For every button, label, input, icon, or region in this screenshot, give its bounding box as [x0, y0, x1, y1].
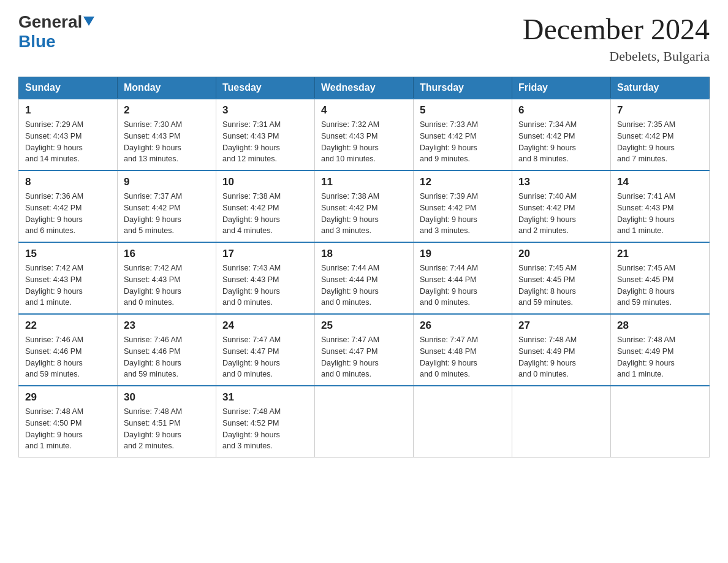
calendar-cell: 16Sunrise: 7:42 AMSunset: 4:43 PMDayligh…: [118, 242, 216, 314]
day-info: Sunrise: 7:37 AMSunset: 4:42 PMDaylight:…: [124, 191, 210, 237]
calendar-table: SundayMondayTuesdayWednesdayThursdayFrid…: [18, 77, 710, 458]
calendar-cell: 6Sunrise: 7:34 AMSunset: 4:42 PMDaylight…: [512, 99, 611, 170]
day-number: 28: [617, 320, 703, 332]
day-number: 22: [25, 320, 111, 332]
day-number: 11: [321, 176, 407, 188]
calendar-cell: 24Sunrise: 7:47 AMSunset: 4:47 PMDayligh…: [216, 314, 315, 386]
day-number: 30: [124, 391, 210, 404]
calendar-cell: 25Sunrise: 7:47 AMSunset: 4:47 PMDayligh…: [315, 314, 414, 386]
day-info: Sunrise: 7:41 AMSunset: 4:43 PMDaylight:…: [617, 191, 703, 237]
day-info: Sunrise: 7:42 AMSunset: 4:43 PMDaylight:…: [124, 262, 210, 308]
calendar-cell: 14Sunrise: 7:41 AMSunset: 4:43 PMDayligh…: [611, 170, 710, 242]
calendar-cell: 30Sunrise: 7:48 AMSunset: 4:51 PMDayligh…: [118, 386, 216, 458]
calendar-cell: [315, 386, 414, 458]
day-number: 29: [25, 391, 111, 404]
page-header: General Blue December 2024 Debelets, Bul…: [18, 12, 710, 64]
calendar-cell: 9Sunrise: 7:37 AMSunset: 4:42 PMDaylight…: [118, 170, 216, 242]
day-info: Sunrise: 7:47 AMSunset: 4:48 PMDaylight:…: [420, 334, 506, 380]
day-info: Sunrise: 7:46 AMSunset: 4:46 PMDaylight:…: [25, 334, 111, 380]
calendar-cell: 11Sunrise: 7:38 AMSunset: 4:42 PMDayligh…: [315, 170, 414, 242]
calendar-cell: 27Sunrise: 7:48 AMSunset: 4:49 PMDayligh…: [512, 314, 611, 386]
day-number: 25: [321, 320, 407, 332]
header-wednesday: Wednesday: [315, 77, 414, 99]
day-number: 15: [25, 248, 111, 260]
calendar-cell: 8Sunrise: 7:36 AMSunset: 4:42 PMDaylight…: [19, 170, 118, 242]
calendar-cell: 3Sunrise: 7:31 AMSunset: 4:43 PMDaylight…: [216, 99, 315, 170]
day-number: 9: [124, 176, 210, 188]
day-info: Sunrise: 7:39 AMSunset: 4:42 PMDaylight:…: [420, 191, 506, 237]
day-number: 7: [617, 104, 703, 117]
day-info: Sunrise: 7:44 AMSunset: 4:44 PMDaylight:…: [321, 262, 407, 308]
calendar-cell: 12Sunrise: 7:39 AMSunset: 4:42 PMDayligh…: [414, 170, 512, 242]
day-info: Sunrise: 7:31 AMSunset: 4:43 PMDaylight:…: [222, 119, 308, 165]
day-info: Sunrise: 7:48 AMSunset: 4:50 PMDaylight:…: [25, 406, 111, 452]
calendar-cell: 20Sunrise: 7:45 AMSunset: 4:45 PMDayligh…: [512, 242, 611, 314]
day-number: 19: [420, 248, 506, 260]
calendar-cell: 13Sunrise: 7:40 AMSunset: 4:42 PMDayligh…: [512, 170, 611, 242]
calendar-cell: 10Sunrise: 7:38 AMSunset: 4:42 PMDayligh…: [216, 170, 315, 242]
logo: General Blue: [18, 12, 94, 52]
day-number: 6: [518, 104, 604, 117]
day-info: Sunrise: 7:43 AMSunset: 4:43 PMDaylight:…: [222, 262, 308, 308]
day-info: Sunrise: 7:45 AMSunset: 4:45 PMDaylight:…: [617, 262, 703, 308]
day-info: Sunrise: 7:40 AMSunset: 4:42 PMDaylight:…: [518, 191, 604, 237]
header-friday: Friday: [512, 77, 611, 99]
calendar-title: December 2024: [523, 12, 710, 46]
day-number: 13: [518, 176, 604, 188]
calendar-cell: [611, 386, 710, 458]
day-info: Sunrise: 7:47 AMSunset: 4:47 PMDaylight:…: [321, 334, 407, 380]
day-info: Sunrise: 7:48 AMSunset: 4:49 PMDaylight:…: [617, 334, 703, 380]
day-info: Sunrise: 7:48 AMSunset: 4:52 PMDaylight:…: [222, 406, 308, 452]
day-number: 20: [518, 248, 604, 260]
day-number: 4: [321, 104, 407, 117]
day-info: Sunrise: 7:45 AMSunset: 4:45 PMDaylight:…: [518, 262, 604, 308]
logo-blue-text: Blue: [18, 32, 56, 51]
day-number: 17: [222, 248, 308, 260]
day-info: Sunrise: 7:38 AMSunset: 4:42 PMDaylight:…: [321, 191, 407, 237]
calendar-cell: 18Sunrise: 7:44 AMSunset: 4:44 PMDayligh…: [315, 242, 414, 314]
day-info: Sunrise: 7:44 AMSunset: 4:44 PMDaylight:…: [420, 262, 506, 308]
calendar-cell: 22Sunrise: 7:46 AMSunset: 4:46 PMDayligh…: [19, 314, 118, 386]
day-number: 26: [420, 320, 506, 332]
title-area: December 2024 Debelets, Bulgaria: [523, 12, 710, 64]
calendar-cell: 4Sunrise: 7:32 AMSunset: 4:43 PMDaylight…: [315, 99, 414, 170]
calendar-cell: 1Sunrise: 7:29 AMSunset: 4:43 PMDaylight…: [19, 99, 118, 170]
day-number: 27: [518, 320, 604, 332]
day-number: 24: [222, 320, 308, 332]
calendar-cell: 7Sunrise: 7:35 AMSunset: 4:42 PMDaylight…: [611, 99, 710, 170]
header-monday: Monday: [118, 77, 216, 99]
day-info: Sunrise: 7:47 AMSunset: 4:47 PMDaylight:…: [222, 334, 308, 380]
header-thursday: Thursday: [414, 77, 512, 99]
calendar-cell: 26Sunrise: 7:47 AMSunset: 4:48 PMDayligh…: [414, 314, 512, 386]
day-info: Sunrise: 7:48 AMSunset: 4:49 PMDaylight:…: [518, 334, 604, 380]
calendar-cell: 5Sunrise: 7:33 AMSunset: 4:42 PMDaylight…: [414, 99, 512, 170]
calendar-cell: 21Sunrise: 7:45 AMSunset: 4:45 PMDayligh…: [611, 242, 710, 314]
day-number: 12: [420, 176, 506, 188]
calendar-cell: 2Sunrise: 7:30 AMSunset: 4:43 PMDaylight…: [118, 99, 216, 170]
header-tuesday: Tuesday: [216, 77, 315, 99]
day-number: 23: [124, 320, 210, 332]
calendar-cell: 23Sunrise: 7:46 AMSunset: 4:46 PMDayligh…: [118, 314, 216, 386]
day-info: Sunrise: 7:34 AMSunset: 4:42 PMDaylight:…: [518, 119, 604, 165]
week-row-1: 1Sunrise: 7:29 AMSunset: 4:43 PMDaylight…: [19, 99, 710, 170]
day-info: Sunrise: 7:32 AMSunset: 4:43 PMDaylight:…: [321, 119, 407, 165]
day-number: 21: [617, 248, 703, 260]
day-info: Sunrise: 7:46 AMSunset: 4:46 PMDaylight:…: [124, 334, 210, 380]
day-number: 2: [124, 104, 210, 117]
logo-triangle-icon: [83, 17, 94, 26]
calendar-cell: 17Sunrise: 7:43 AMSunset: 4:43 PMDayligh…: [216, 242, 315, 314]
logo-general-text: General: [18, 12, 82, 32]
header-sunday: Sunday: [19, 77, 118, 99]
week-row-5: 29Sunrise: 7:48 AMSunset: 4:50 PMDayligh…: [19, 386, 710, 458]
day-number: 16: [124, 248, 210, 260]
calendar-cell: 19Sunrise: 7:44 AMSunset: 4:44 PMDayligh…: [414, 242, 512, 314]
calendar-cell: 28Sunrise: 7:48 AMSunset: 4:49 PMDayligh…: [611, 314, 710, 386]
calendar-cell: [414, 386, 512, 458]
week-row-4: 22Sunrise: 7:46 AMSunset: 4:46 PMDayligh…: [19, 314, 710, 386]
calendar-cell: [512, 386, 611, 458]
day-number: 18: [321, 248, 407, 260]
calendar-subtitle: Debelets, Bulgaria: [523, 48, 710, 64]
day-number: 14: [617, 176, 703, 188]
day-info: Sunrise: 7:29 AMSunset: 4:43 PMDaylight:…: [25, 119, 111, 165]
day-info: Sunrise: 7:48 AMSunset: 4:51 PMDaylight:…: [124, 406, 210, 452]
